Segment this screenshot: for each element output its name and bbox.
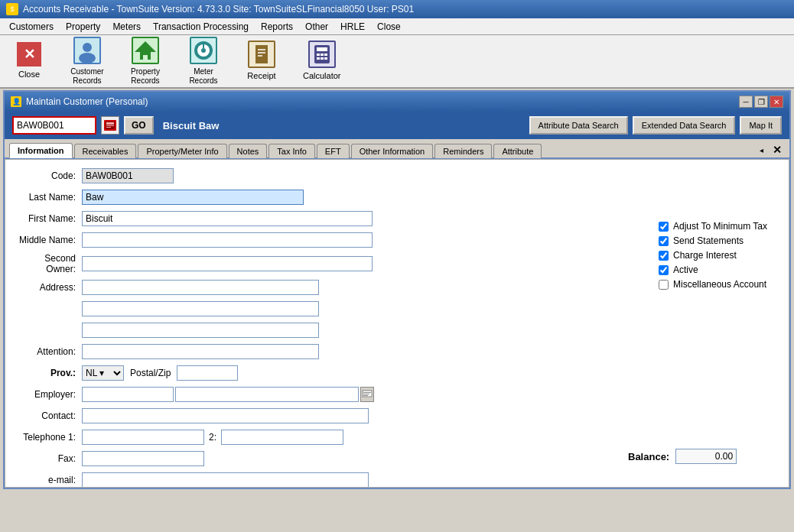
attention-row: Attention: [13, 343, 613, 360]
tab-left-arrow[interactable]: ◂ [757, 144, 766, 156]
active-row: Active [659, 264, 781, 275]
meter-records-label: MeterRecords [189, 67, 217, 86]
svg-rect-19 [317, 47, 327, 51]
employer-field-1[interactable] [82, 387, 174, 402]
minimize-button[interactable]: ─ [739, 96, 753, 108]
menu-hrle[interactable]: HRLE [334, 20, 371, 34]
tab-eft[interactable]: EFT [317, 144, 350, 158]
attribute-data-search-button[interactable]: Attribute Data Search [529, 116, 628, 135]
customer-name-display: Biscuit Baw [163, 120, 525, 131]
svg-rect-35 [363, 395, 368, 396]
tab-reminders[interactable]: Reminders [434, 144, 492, 158]
prov-postal-group: NL ▾ Postal/Zip [82, 365, 238, 381]
close-window-button[interactable]: ✕ [770, 96, 783, 108]
adjust-min-tax-row: Adjust To Minimum Tax [659, 221, 781, 232]
title-bar: $ Accounts Receivable - TownSuite Versio… [0, 0, 794, 18]
employer-field-2[interactable] [175, 387, 359, 402]
second-owner-field[interactable] [82, 256, 373, 271]
menu-property[interactable]: Property [60, 20, 106, 34]
misc-account-checkbox[interactable] [659, 280, 669, 290]
telephone2-field[interactable] [221, 430, 343, 445]
code-field [82, 168, 174, 183]
property-records-label: PropertyRecords [131, 67, 160, 86]
last-name-field[interactable] [82, 190, 304, 205]
close-toolbar-button[interactable]: ✕ Close [6, 39, 52, 83]
tab-tax-info[interactable]: Tax Info [268, 144, 315, 158]
postal-field[interactable] [177, 365, 238, 381]
menu-other[interactable]: Other [299, 20, 334, 34]
telephone1-field[interactable] [82, 430, 204, 445]
calculator-button[interactable]: Calculator [297, 37, 347, 84]
employer-browse-button[interactable] [360, 387, 374, 402]
menu-customers[interactable]: Customers [3, 20, 60, 34]
svg-rect-28 [106, 122, 114, 125]
restore-button[interactable]: ❐ [754, 96, 768, 108]
postal-label: Postal/Zip [130, 368, 171, 378]
first-name-row: First Name: [13, 210, 613, 227]
svg-rect-29 [106, 125, 114, 126]
address-field-1[interactable] [82, 280, 319, 295]
search-image-button[interactable] [101, 116, 119, 135]
meter-icon [190, 37, 217, 64]
first-name-field[interactable] [82, 211, 373, 226]
menu-close[interactable]: Close [371, 20, 407, 34]
menu-reports[interactable]: Reports [255, 20, 299, 34]
middle-name-label: Middle Name: [13, 235, 82, 245]
fax-field[interactable] [82, 451, 204, 466]
go-button[interactable]: GO [124, 116, 154, 135]
map-it-button[interactable]: Map It [740, 116, 782, 135]
property-records-button[interactable]: PropertyRecords [122, 34, 168, 89]
prov-label: Prov.: [13, 368, 82, 378]
menu-bar: Customers Property Meters Transaction Pr… [0, 18, 794, 35]
form-left: Code: Last Name: First Name: Middle Name… [13, 167, 613, 488]
form-content: Code: Last Name: First Name: Middle Name… [13, 167, 781, 488]
address-field-3[interactable] [82, 323, 319, 338]
customer-records-button[interactable]: CustomerRecords [64, 34, 110, 89]
balance-field [675, 449, 737, 464]
svg-rect-24 [321, 57, 324, 60]
active-checkbox[interactable] [659, 265, 669, 275]
address-row2 [13, 300, 613, 317]
tab-attribute[interactable]: Attribute [493, 144, 542, 158]
tab-close-btn[interactable]: ✕ [770, 142, 785, 157]
charge-interest-checkbox[interactable] [659, 251, 669, 261]
tab-other-information[interactable]: Other Information [351, 144, 434, 158]
menu-meters[interactable]: Meters [106, 20, 147, 34]
close-icon: ✕ [17, 42, 41, 66]
svg-rect-20 [317, 54, 320, 56]
address-field-2[interactable] [82, 301, 319, 316]
svg-rect-25 [324, 57, 327, 60]
employer-row: Employer: [13, 386, 613, 403]
prov-select[interactable]: NL ▾ [82, 365, 124, 381]
extended-data-search-button[interactable]: Extended Data Search [633, 116, 736, 135]
tab-information[interactable]: Information [9, 143, 73, 158]
address-row3 [13, 322, 613, 339]
close-label: Close [18, 70, 40, 79]
window-icon: 👤 [11, 96, 21, 107]
attention-field[interactable] [82, 344, 319, 359]
meter-records-button[interactable]: MeterRecords [181, 34, 226, 89]
first-name-label: First Name: [13, 213, 82, 224]
title-text: Accounts Receivable - TownSuite Version:… [23, 4, 414, 15]
checkbox-section: Adjust To Minimum Tax Send Statements Ch… [659, 221, 781, 290]
receipt-label: Receipt [247, 71, 275, 81]
svg-rect-13 [255, 45, 268, 63]
contact-label: Contact: [13, 410, 82, 421]
telephone2-separator: 2: [209, 432, 216, 443]
tab-receivables[interactable]: Receivables [74, 144, 137, 158]
svg-rect-30 [106, 127, 111, 128]
send-statements-row: Send Statements [659, 235, 781, 246]
tab-notes[interactable]: Notes [229, 144, 268, 158]
charge-interest-label: Charge Interest [673, 250, 737, 261]
middle-name-field[interactable] [82, 232, 373, 248]
toolbar: ✕ Close CustomerRecords PropertyRecords … [0, 35, 794, 89]
email-field[interactable] [82, 472, 369, 488]
misc-account-label: Miscellaneous Account [673, 279, 766, 290]
menu-transaction-processing[interactable]: Transaction Processing [147, 20, 255, 34]
receipt-button[interactable]: Receipt [239, 37, 285, 84]
customer-code-input[interactable] [12, 116, 96, 135]
adjust-min-tax-checkbox[interactable] [659, 222, 669, 232]
send-statements-checkbox[interactable] [659, 236, 669, 246]
tab-property-meter-info[interactable]: Property/Meter Info [138, 144, 226, 158]
contact-field[interactable] [82, 408, 369, 423]
